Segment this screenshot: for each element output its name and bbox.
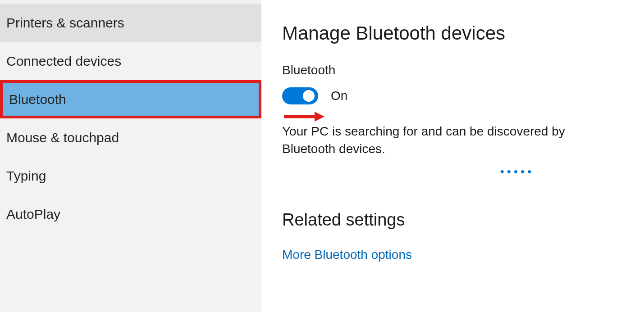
settings-main: Manage Bluetooth devices Bluetooth On Yo…: [261, 0, 644, 312]
more-bluetooth-options-link[interactable]: More Bluetooth options: [282, 248, 617, 262]
searching-indicator-icon: •••••: [500, 165, 534, 179]
sidebar-item-label: AutoPlay: [6, 207, 60, 222]
annotation-arrow-icon: [284, 112, 617, 122]
page-title: Manage Bluetooth devices: [282, 23, 617, 44]
sidebar-item-autoplay[interactable]: AutoPlay: [0, 195, 261, 233]
sidebar-item-label: Typing: [6, 168, 46, 184]
bluetooth-toggle-row: On: [282, 87, 617, 104]
sidebar-item-connected-devices[interactable]: Connected devices: [0, 42, 261, 80]
sidebar-item-printers-scanners[interactable]: Printers & scanners: [0, 4, 261, 42]
sidebar-item-label: Bluetooth: [9, 92, 66, 107]
bluetooth-toggle-state: On: [331, 89, 347, 103]
svg-marker-1: [315, 112, 324, 122]
sidebar-item-label: Connected devices: [6, 54, 121, 69]
bluetooth-label: Bluetooth: [282, 63, 617, 77]
related-settings-heading: Related settings: [282, 210, 617, 230]
sidebar-item-label: Mouse & touchpad: [6, 130, 119, 145]
toggle-thumb-icon: [303, 90, 315, 102]
sidebar-item-typing[interactable]: Typing: [0, 157, 261, 195]
settings-sidebar: Printers & scanners Connected devices Bl…: [0, 0, 261, 312]
sidebar-item-mouse-touchpad[interactable]: Mouse & touchpad: [0, 118, 261, 157]
bluetooth-status-text: Your PC is searching for and can be disc…: [282, 122, 617, 158]
bluetooth-toggle[interactable]: [282, 87, 318, 104]
sidebar-item-bluetooth[interactable]: Bluetooth: [0, 80, 261, 118]
settings-app: Printers & scanners Connected devices Bl…: [0, 0, 644, 312]
sidebar-item-label: Printers & scanners: [6, 15, 124, 31]
